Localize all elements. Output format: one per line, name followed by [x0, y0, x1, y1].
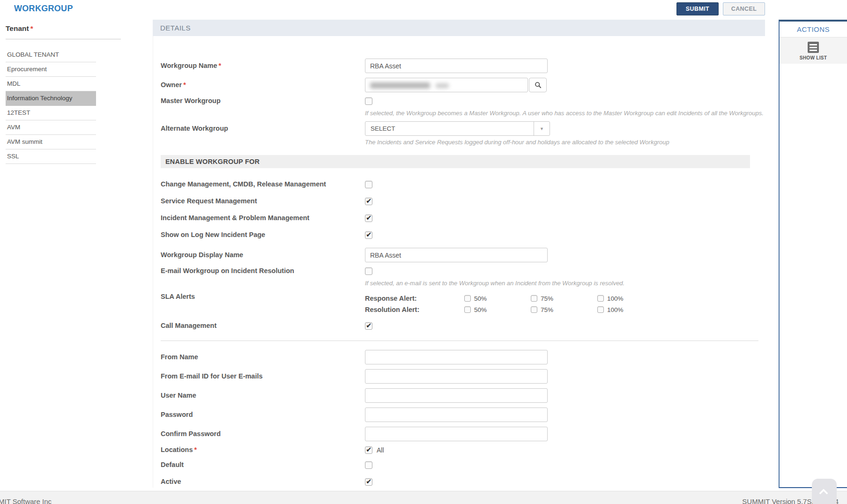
resolution-100-checkbox[interactable] — [597, 306, 604, 313]
chevron-down-icon[interactable]: ▼ — [534, 122, 550, 135]
row-sla-alerts: SLA Alerts Response Alert: 50% 75% 100% … — [161, 293, 765, 315]
show-on-log-new-incident-label: Show on Log New Incident Page — [161, 231, 365, 238]
locations-label: Locations* — [161, 446, 365, 453]
scroll-to-top-button[interactable] — [812, 479, 837, 504]
locations-all-checkbox[interactable] — [365, 446, 372, 454]
email-on-resolution-label: E-mail Workgroup on Incident Resolution — [161, 267, 365, 274]
master-workgroup-label: Master Workgroup — [161, 97, 365, 104]
resolution-100-option: 100% — [597, 306, 664, 313]
redacted-owner-value — [436, 83, 449, 88]
row-confirm-password: Confirm Password — [161, 427, 765, 441]
owner-search-button[interactable] — [529, 78, 547, 92]
option-label: 100% — [607, 306, 624, 313]
option-label: 75% — [541, 295, 553, 302]
master-workgroup-checkbox[interactable] — [365, 97, 372, 105]
sidebar-item-label: Eprocurement — [7, 66, 47, 73]
owner-input[interactable] — [365, 78, 528, 92]
sidebar-item-ssl[interactable]: SSL — [6, 149, 96, 164]
chevron-up-icon — [819, 489, 828, 498]
row-default: Default — [161, 461, 765, 471]
master-workgroup-help: If selected, the Workgroup becomes a Mas… — [365, 110, 765, 117]
label-text: Owner — [161, 81, 182, 89]
required-asterisk: * — [30, 24, 33, 32]
sidebar-item-eprocurement[interactable]: Eprocurement — [6, 62, 96, 77]
response-alert-label: Response Alert: — [365, 295, 464, 302]
required-asterisk: * — [219, 62, 222, 69]
from-name-input[interactable] — [365, 350, 548, 364]
search-icon — [535, 82, 542, 89]
row-from-email: From E-mail ID for User E-mails — [161, 369, 765, 384]
submit-button[interactable]: SUBMIT — [676, 2, 719, 15]
from-email-label: From E-mail ID for User E-mails — [161, 369, 365, 384]
sidebar-item-label: Information Technology — [7, 95, 72, 102]
toolbar: SUBMIT CANCEL — [676, 2, 765, 15]
response-100-option: 100% — [597, 295, 664, 302]
from-email-input[interactable] — [365, 369, 548, 384]
page-title: WORKGROUP — [14, 4, 73, 14]
cancel-button[interactable]: CANCEL — [723, 2, 765, 15]
resolution-alert-label: Resolution Alert: — [365, 306, 464, 313]
response-100-checkbox[interactable] — [597, 295, 604, 302]
password-input[interactable] — [365, 408, 548, 422]
locations-all-label: All — [377, 446, 384, 454]
incident-problem-management-label: Incident Management & Problem Management — [161, 214, 365, 222]
row-owner: Owner* — [161, 78, 765, 92]
from-name-label: From Name — [161, 350, 365, 364]
active-checkbox[interactable] — [365, 478, 372, 486]
select-value: SELECT — [365, 122, 534, 135]
sidebar-item-label: 12TEST — [7, 109, 30, 116]
redacted-owner-value — [370, 82, 430, 89]
sidebar-item-label: SSL — [7, 153, 19, 160]
email-on-resolution-checkbox[interactable] — [365, 267, 372, 275]
alternate-workgroup-select[interactable]: SELECT ▼ — [365, 121, 550, 136]
tenant-label: Tenant* — [6, 24, 121, 39]
default-checkbox[interactable] — [365, 461, 372, 469]
response-75-checkbox[interactable] — [531, 295, 537, 302]
sidebar-item-label: MDL — [7, 80, 21, 87]
incident-problem-management-checkbox[interactable] — [365, 215, 372, 222]
user-name-input[interactable] — [365, 388, 548, 403]
show-list-button[interactable]: SHOW LIST — [780, 37, 847, 64]
call-management-label: Call Management — [161, 322, 365, 329]
sidebar-item-avm-summit[interactable]: AVM summit — [6, 135, 96, 149]
actions-panel: ACTIONS SHOW LIST — [779, 20, 847, 488]
details-panel: DETAILS Workgroup Name* Owner* — [153, 20, 765, 479]
password-label: Password — [161, 408, 365, 422]
default-label: Default — [161, 461, 365, 468]
row-alternate-workgroup: Alternate Workgroup SELECT ▼ The Inciden… — [161, 121, 765, 146]
resolution-50-checkbox[interactable] — [464, 306, 471, 313]
sidebar-item-mdl[interactable]: MDL — [6, 77, 96, 91]
required-asterisk: * — [183, 81, 186, 89]
sidebar-item-information-technology[interactable]: Information Technology — [6, 91, 96, 106]
service-request-management-checkbox[interactable] — [365, 198, 372, 205]
show-on-log-new-incident-checkbox[interactable] — [365, 231, 372, 239]
active-label: Active — [161, 478, 365, 485]
sidebar-item-12test[interactable]: 12TEST — [6, 106, 96, 120]
workgroup-display-name-label: Workgroup Display Name — [161, 248, 365, 262]
sidebar-item-label: AVM — [7, 124, 20, 131]
option-label: 75% — [541, 306, 553, 313]
footer-company-text: MIT Software Inc — [0, 497, 52, 504]
details-form: Workgroup Name* Owner* — [153, 36, 765, 488]
row-incident-problem-management: Incident Management & Problem Management — [161, 214, 765, 224]
label-text: Locations — [161, 446, 193, 453]
confirm-password-input[interactable] — [365, 427, 548, 441]
workgroup-display-name-input[interactable] — [365, 248, 548, 262]
workgroup-name-label: Workgroup Name* — [161, 59, 365, 73]
call-management-checkbox[interactable] — [365, 322, 372, 330]
option-label: 50% — [474, 295, 487, 302]
workgroup-name-input[interactable] — [365, 59, 548, 73]
change-management-checkbox[interactable] — [365, 181, 372, 188]
response-50-checkbox[interactable] — [464, 295, 471, 302]
details-header: DETAILS — [153, 20, 765, 36]
sidebar-item-global-tenant[interactable]: GLOBAL TENANT — [6, 48, 96, 62]
resolution-75-checkbox[interactable] — [531, 306, 537, 313]
response-75-option: 75% — [531, 295, 597, 302]
sidebar-item-avm[interactable]: AVM — [6, 120, 96, 135]
label-text: Workgroup Name — [161, 62, 217, 69]
sla-alerts-label: SLA Alerts — [161, 293, 365, 315]
section-divider — [161, 341, 758, 341]
row-change-management: Change Management, CMDB, Release Managem… — [161, 180, 765, 190]
footer: MIT Software Inc SUMMIT Version 5.7SP3 P… — [0, 491, 847, 504]
row-password: Password — [161, 408, 765, 422]
